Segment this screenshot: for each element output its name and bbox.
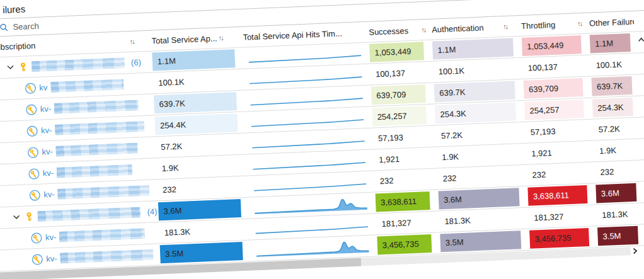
column-header-total-service-app[interactable]: Total Service Ap... ↑↓ [151,32,243,45]
sparkline-flat [246,45,364,66]
authentication-value: 3.6M [439,188,520,209]
authentication-value: 100.1K [433,59,514,81]
column-label: Total Service Ap... [151,33,217,45]
authentication-value: 254.3K [435,102,516,123]
authentication-value: 181.3K [439,209,520,231]
total-app-value: 100.1K [153,71,236,92]
column-header-successes[interactable]: Successes ↑↓ [369,25,432,37]
throttling-value: 181,327 [529,207,589,227]
authentication-value: 232 [437,166,519,188]
key-vault-icon [25,82,37,94]
key-vault-icon [27,146,39,158]
authentication-cell: 1.1M [432,37,522,61]
sort-icon[interactable]: ↑↓ [218,34,222,42]
successes-value: 3,638,611 [376,191,430,212]
throttling-cell: 1,053,449 [522,34,590,57]
redacted-resource-name [50,79,124,93]
resource-name-prefix: kv- [42,147,53,157]
throttling-value: 1,053,449 [522,35,582,56]
sort-icon[interactable]: ↑↓ [577,20,582,27]
successes-value: 1,053,449 [369,42,424,62]
successes-value: 639,709 [371,84,426,105]
sparkline-area-peaks [252,195,370,215]
subscription-key-icon [24,212,34,222]
redacted-subscription-name [32,57,125,72]
column-header-hits-timeline[interactable]: Total Service Api Hits Tim... [243,27,369,42]
column-label: Successes [369,26,408,37]
sparkline-flat [250,130,367,151]
key-vault-icon [31,232,43,244]
table-body: (6) 1.1M 1,053,449 1.1M 1,053,449 1.1M k… [0,31,644,272]
redacted-resource-name [54,100,139,113]
successes-value: 232 [374,170,429,190]
other-failures-value: 3.5M [597,226,638,246]
successes-value: 57,193 [373,127,428,147]
chevron-down-icon[interactable] [12,213,21,222]
other-failures-value: 57.2K [593,119,634,139]
column-header-authentication[interactable]: Authentication ↑↓ [432,21,521,34]
other-failures-value: 639.7K [591,76,632,96]
authentication-value: 639.7K [434,81,515,102]
resource-name-prefix: kv- [46,254,57,264]
resource-name-prefix: kv- [45,232,57,242]
scroll-up-icon[interactable] [638,34,644,45]
total-app-value: 3.6M [158,199,241,220]
column-label: Throttling [521,20,556,30]
redacted-resource-name [57,185,150,200]
search-icon [0,23,8,32]
other-failures-value: 100.1K [590,55,631,75]
authentication-value: 57.2K [435,123,517,145]
throttling-value: 1,921 [526,142,586,163]
redacted-resource-name [59,228,146,242]
sparkline-flat [248,109,366,130]
throttling-value: 3,456,735 [529,228,589,249]
other-failures-value: 1.9K [594,140,635,161]
other-failures-value: 181.3K [597,205,638,225]
other-failures-value: 254.3K [592,98,633,118]
sparkline-flat [250,152,368,173]
throttling-value: 57,193 [525,121,585,142]
total-app-value: 254.4K [154,113,238,135]
sort-icon[interactable]: ↑↓ [129,38,134,45]
total-app-value: 3.5M [160,242,243,263]
other-failures-cell: 1.1M [590,32,635,55]
successes-cell: 1,053,449 [369,40,433,64]
authentication-value: 1.1M [432,38,514,59]
sort-icon[interactable]: ↑↓ [503,23,507,30]
sparkline-flat [247,67,365,88]
sort-icon[interactable]: ↑↓ [421,26,425,33]
throttling-value: 254,257 [524,100,584,120]
resource-name-prefix: kv [39,83,48,93]
column-header-other-failures[interactable]: Other Failures [589,16,635,28]
sparkline-flat [248,88,365,108]
authentication-value: 3.5M [440,231,521,252]
column-header-throttling[interactable]: Throttling ↑↓ [521,18,590,30]
redacted-resource-name [60,249,154,264]
successes-value: 100,137 [370,63,425,83]
throttling-value: 232 [527,164,587,185]
resource-name-prefix: kv- [43,190,55,200]
group-count: (6) [131,57,141,67]
total-app-value: 57.2K [156,135,239,156]
other-failures-value: 232 [595,162,636,182]
successes-value: 3,456,735 [377,234,432,254]
total-app-value: 639.7K [154,92,237,113]
sparkline-cell [251,235,377,261]
key-vault-icon [28,168,40,179]
throttling-value: 100,137 [522,57,582,77]
other-failures-value: 3.6M [595,183,636,203]
redacted-resource-name [57,164,133,178]
total-app-cell: 1.1M [152,48,244,72]
throttling-value: 3,638,611 [527,185,587,206]
redacted-resource-name [55,143,138,157]
column-label: Total Service Api Hits Tim... [243,28,342,42]
key-vault-icon [32,253,43,265]
scroll-right-icon[interactable] [631,247,638,255]
column-header-subscription[interactable]: Subscription ↑↓ [0,36,152,52]
column-label: Other Failures [589,16,635,28]
successes-value: 1,921 [374,149,428,169]
successes-value: 254,257 [372,106,427,126]
chevron-down-icon[interactable] [6,63,15,72]
other-failures-value: 1.1M [590,33,631,54]
redacted-resource-name [55,121,145,135]
